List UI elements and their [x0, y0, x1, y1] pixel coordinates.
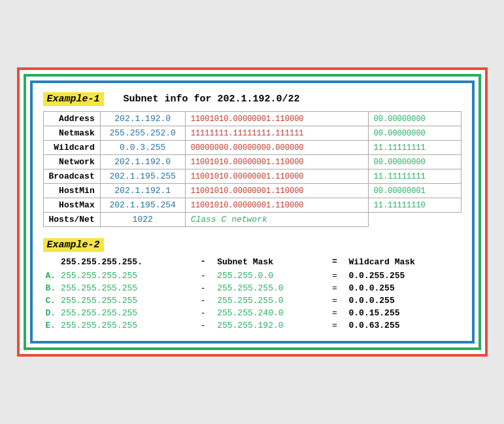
wildcard-header-cell: - — [198, 256, 214, 270]
table-row: Broadcast202.1.195.25511001010.00000001.… — [43, 169, 461, 184]
row-binary-green: 00.00000000 — [368, 155, 461, 169]
row-binary-red: 11111111.11111111.111111 — [185, 126, 368, 141]
row-binary-green: 00.00000001 — [368, 184, 461, 198]
row-binary-red: 00000000.00000000.000000 — [185, 141, 368, 155]
row-label: Network — [43, 155, 100, 169]
row-label: Address — [43, 112, 100, 126]
wildcard-table: 255.255.255.255.-Subnet Mask=Wildcard Ma… — [43, 256, 462, 332]
outer-border: Example-1 Subnet info for 202.1.192.0/22… — [17, 67, 488, 357]
example1-title: Example-1 — [43, 92, 104, 106]
wildcard-header-cell: Subnet Mask — [214, 256, 329, 270]
table-row: HostMax202.1.195.25411001010.00000001.11… — [43, 198, 461, 213]
row-binary-green: 11.11111111 — [368, 169, 461, 184]
wildcard-cell: = — [329, 270, 346, 282]
wildcard-cell: 0.0.255.255 — [346, 270, 462, 282]
wildcard-cell: - — [198, 282, 214, 294]
subnet-table: Address202.1.192.011001010.00000001.1100… — [43, 111, 462, 227]
wildcard-cell: D. — [43, 307, 59, 319]
table-row: Address202.1.192.011001010.00000001.1100… — [43, 112, 461, 126]
row-class: Class C network — [185, 213, 368, 227]
wildcard-cell: 255.255.255.255 — [58, 319, 198, 332]
table-row: Wildcard0.0.3.25500000000.00000000.00000… — [43, 141, 461, 155]
wildcard-cell: 255.255.255.255 — [58, 307, 198, 319]
row-ip: 202.1.192.0 — [100, 155, 185, 169]
wildcard-row: A.255.255.255.255-255.255.0.0=0.0.255.25… — [43, 270, 462, 282]
table-row: Netmask255.255.252.011111111.11111111.11… — [43, 126, 461, 141]
wildcard-header-cell — [43, 256, 59, 270]
example1-subtitle: Subnet info for 202.1.192.0/22 — [124, 94, 300, 105]
row-label: Wildcard — [43, 141, 100, 155]
row-label: HostMin — [43, 184, 100, 198]
row-ip: 202.1.192.0 — [100, 112, 185, 126]
wildcard-cell: C. — [43, 294, 59, 307]
wildcard-row: C.255.255.255.255-255.255.255.0=0.0.0.25… — [43, 294, 462, 307]
row-binary-green: 11.11111110 — [368, 198, 461, 213]
wildcard-cell: 255.255.255.0 — [214, 282, 329, 294]
wildcard-cell: B. — [43, 282, 59, 294]
wildcard-cell: - — [198, 307, 214, 319]
row-binary-green: 00.00000000 — [368, 126, 461, 141]
wildcard-cell: = — [329, 319, 346, 332]
row-label: Netmask — [43, 126, 100, 141]
table-row: HostMin202.1.192.111001010.00000001.1100… — [43, 184, 461, 198]
row-binary-red: 11001010.00000001.110000 — [185, 184, 368, 198]
row-ip: 255.255.252.0 — [100, 126, 185, 141]
wildcard-cell: 0.0.15.255 — [346, 307, 462, 319]
wildcard-header-cell: = — [329, 256, 346, 270]
wildcard-cell: = — [329, 294, 346, 307]
wildcard-cell: = — [329, 307, 346, 319]
wildcard-header-cell: 255.255.255.255. — [58, 256, 198, 270]
wildcard-cell: 0.0.0.255 — [346, 294, 462, 307]
row-binary-green: 11.11111111 — [368, 141, 461, 155]
row-binary-red: 11001010.00000001.110000 — [185, 155, 368, 169]
row-ip: 0.0.3.255 — [100, 141, 185, 155]
wildcard-cell: E. — [43, 319, 59, 332]
row-ip: 202.1.195.255 — [100, 169, 185, 184]
wildcard-row: B.255.255.255.255-255.255.255.0=0.0.0.25… — [43, 282, 462, 294]
wildcard-header-row: 255.255.255.255.-Subnet Mask=Wildcard Ma… — [43, 256, 462, 270]
row-label: Broadcast — [43, 169, 100, 184]
middle-border: Example-1 Subnet info for 202.1.192.0/22… — [24, 74, 481, 350]
wildcard-cell: - — [198, 294, 214, 307]
row-label: HostMax — [43, 198, 100, 213]
table-row: Network202.1.192.011001010.00000001.1100… — [43, 155, 461, 169]
wildcard-header-cell: Wildcard Mask — [346, 256, 462, 270]
wildcard-cell: 255.255.192.0 — [214, 319, 329, 332]
wildcard-cell: - — [198, 319, 214, 332]
wildcard-cell: 255.255.255.255 — [58, 270, 198, 282]
wildcard-cell: 255.255.255.255 — [58, 282, 198, 294]
example2-title: Example-2 — [43, 238, 104, 252]
row-binary-green: 00.00000000 — [368, 112, 461, 126]
wildcard-cell: A. — [43, 270, 59, 282]
wildcard-cell: 255.255.0.0 — [214, 270, 329, 282]
example2-section: Example-2 255.255.255.255.-Subnet Mask=W… — [43, 239, 462, 332]
row-ip: 202.1.195.254 — [100, 198, 185, 213]
example1-header: Example-1 Subnet info for 202.1.192.0/22 — [43, 92, 462, 106]
example2-header: Example-2 — [43, 239, 462, 251]
wildcard-row: D.255.255.255.255-255.255.240.0=0.0.15.2… — [43, 307, 462, 319]
row-binary-red: 11001010.00000001.110000 — [185, 198, 368, 213]
table-row: Hosts/Net1022Class C network — [43, 213, 461, 227]
row-binary-red: 11001010.00000001.110000 — [185, 112, 368, 126]
wildcard-cell: 0.0.0.255 — [346, 282, 462, 294]
row-ip: 1022 — [100, 213, 185, 227]
wildcard-row: E.255.255.255.255-255.255.192.0=0.0.63.2… — [43, 319, 462, 332]
wildcard-cell: 255.255.255.0 — [214, 294, 329, 307]
wildcard-cell: = — [329, 282, 346, 294]
wildcard-cell: 0.0.63.255 — [346, 319, 462, 332]
row-binary-red: 11001010.00000001.110000 — [185, 169, 368, 184]
row-label: Hosts/Net — [43, 213, 100, 227]
wildcard-cell: 255.255.255.255 — [58, 294, 198, 307]
wildcard-cell: - — [198, 270, 214, 282]
inner-border: Example-1 Subnet info for 202.1.192.0/22… — [30, 80, 475, 344]
row-ip: 202.1.192.1 — [100, 184, 185, 198]
wildcard-cell: 255.255.240.0 — [214, 307, 329, 319]
